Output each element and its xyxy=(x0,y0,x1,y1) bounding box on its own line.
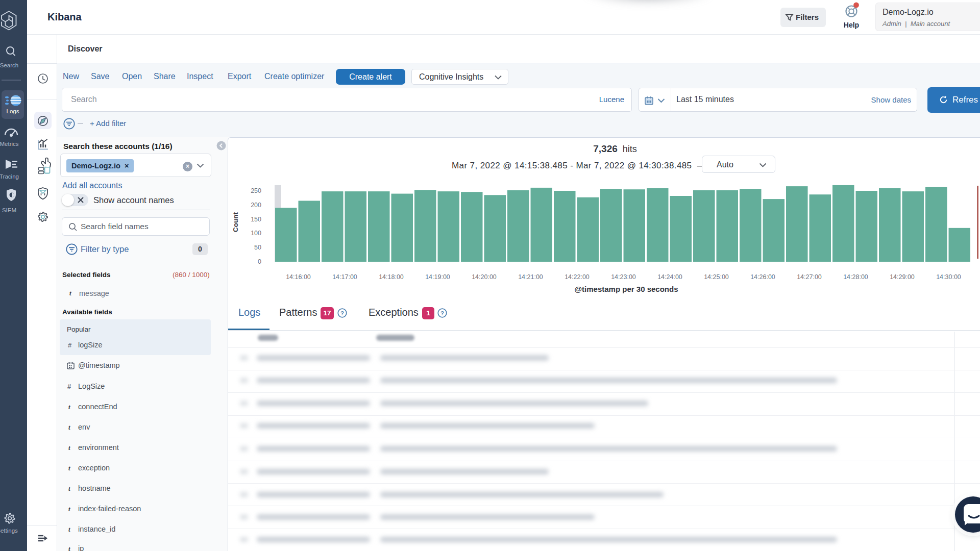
svg-text:50: 50 xyxy=(254,244,261,251)
svg-text:14:29:00: 14:29:00 xyxy=(890,273,915,281)
svg-text:14:30:00: 14:30:00 xyxy=(936,273,961,281)
svg-text:200: 200 xyxy=(251,202,261,209)
svg-text:250: 250 xyxy=(251,187,261,194)
svg-text:14:20:00: 14:20:00 xyxy=(472,273,497,281)
svg-text:14:28:00: 14:28:00 xyxy=(843,273,868,281)
svg-text:14:18:00: 14:18:00 xyxy=(379,273,404,281)
svg-text:?: ? xyxy=(440,310,444,316)
svg-text:14:26:00: 14:26:00 xyxy=(750,273,775,281)
svg-text:14:21:00: 14:21:00 xyxy=(518,273,543,281)
svg-text:14:25:00: 14:25:00 xyxy=(704,273,729,281)
svg-text:100: 100 xyxy=(251,230,261,237)
svg-text:14:19:00: 14:19:00 xyxy=(425,273,450,281)
svg-text:14:22:00: 14:22:00 xyxy=(565,273,590,281)
svg-text:150: 150 xyxy=(251,216,261,223)
svg-text:14:16:00: 14:16:00 xyxy=(286,273,311,281)
svg-text:0: 0 xyxy=(258,258,261,265)
svg-text:14:27:00: 14:27:00 xyxy=(797,273,822,281)
svg-text:?: ? xyxy=(340,310,344,316)
svg-text:14:17:00: 14:17:00 xyxy=(332,273,357,281)
svg-text:14:23:00: 14:23:00 xyxy=(611,273,636,281)
svg-text:14:24:00: 14:24:00 xyxy=(657,273,682,281)
